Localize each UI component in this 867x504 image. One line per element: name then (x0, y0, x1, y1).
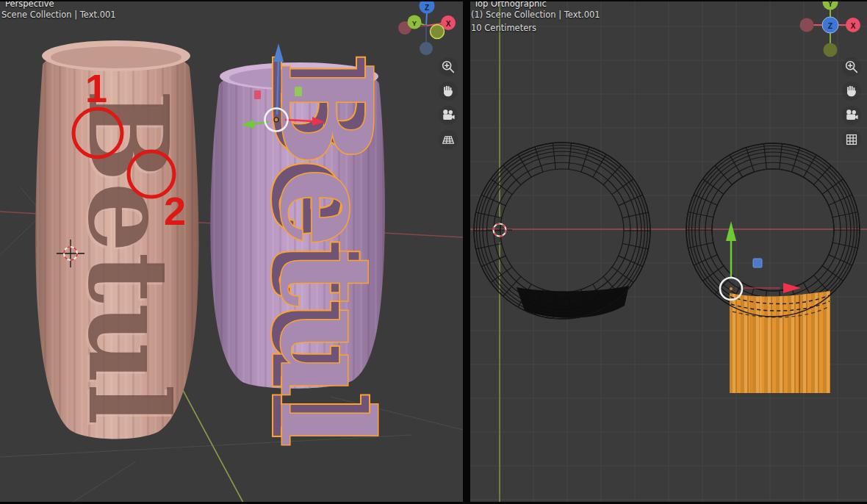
svg-text:Y: Y (412, 19, 417, 27)
viewport-nav-toolbar (842, 57, 863, 149)
nav-axis-gizmo[interactable]: Y Z X (800, 0, 861, 57)
gizmo-plane-y-handle[interactable] (295, 87, 302, 96)
nav-ball-neg-x[interactable] (800, 18, 814, 32)
viewport-top-orthographic[interactable]: Top Orthographic (1) Scene Collection | … (470, 0, 867, 504)
viewport-perspective[interactable]: Perspective Scene Collection | Text.001 (0, 0, 463, 504)
zoom-icon[interactable] (439, 57, 458, 76)
nav-ball-neg-y[interactable] (431, 25, 445, 39)
move-gizmo[interactable] (720, 221, 801, 300)
object-origin-dot (274, 118, 278, 122)
pink-vase-object[interactable]: Betul Betul (35, 40, 198, 439)
viewport-divider[interactable] (463, 0, 470, 504)
nav-axis-gizmo[interactable]: Z Y X (398, 0, 456, 55)
svg-text:Z: Z (828, 21, 833, 30)
zoom-icon[interactable] (842, 57, 861, 76)
annotation-number-1: 1 (85, 66, 107, 110)
engraved-text-top-view[interactable] (517, 286, 629, 318)
blender-split-3d-view: Perspective Scene Collection | Text.001 (0, 0, 867, 504)
nav-ball-neg-y[interactable] (824, 43, 838, 57)
engraved-word: Betul (64, 89, 193, 425)
camera-icon[interactable] (439, 106, 458, 125)
annotation-number-2: 2 (164, 189, 186, 233)
grid-scale-label: 10 Centimeters (471, 23, 536, 33)
pan-icon[interactable] (439, 82, 458, 101)
scene-canvas-perspective[interactable]: Betul Betul Betul Betul (0, 0, 463, 504)
3d-cursor (487, 217, 512, 242)
svg-text:X: X (446, 20, 451, 28)
ortho-grid (470, 0, 867, 504)
camera-icon[interactable] (842, 106, 861, 125)
viewport-nav-toolbar (439, 57, 459, 149)
top-edge-bar (0, 0, 867, 1)
svg-text:X: X (851, 22, 856, 30)
breadcrumb: Scene Collection | Text.001 (1, 10, 116, 20)
gizmo-plane-z-handle[interactable] (753, 259, 762, 267)
scene-canvas-top-ortho[interactable]: Y Z X (470, 0, 867, 504)
object-origin-dot (730, 287, 733, 291)
grid-icon[interactable] (842, 130, 861, 149)
gizmo-plane-x-handle[interactable] (254, 90, 261, 99)
grid-icon[interactable] (439, 130, 458, 149)
nav-ball-neg-z[interactable] (420, 42, 433, 55)
pan-icon[interactable] (842, 82, 861, 101)
svg-text:Z: Z (425, 4, 429, 12)
breadcrumb: (1) Scene Collection | Text.001 (471, 10, 600, 20)
